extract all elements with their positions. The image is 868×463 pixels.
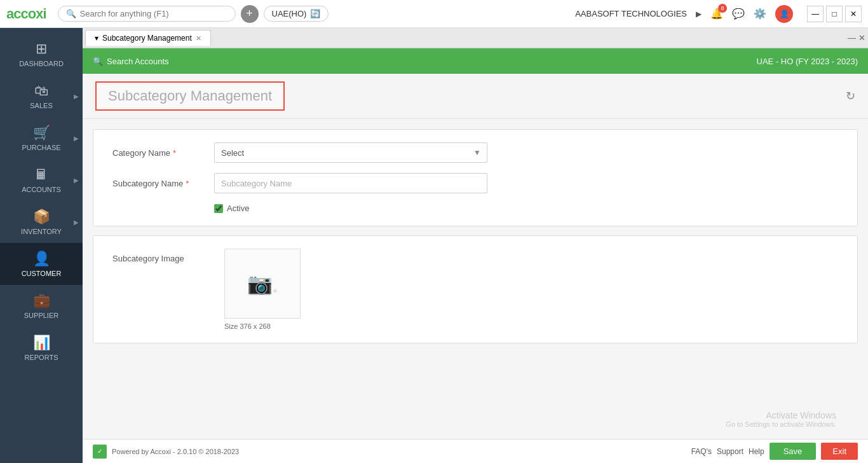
form-section: Category Name * Select ▼ Subcategory Nam…	[93, 129, 858, 226]
top-bar: accoxi 🔍 + UAE(HO) 🔄 AABASOFT TECHNOLOGI…	[0, 0, 868, 28]
sidebar-label-purchase: PURCHASE	[22, 144, 60, 151]
help-link[interactable]: Help	[749, 447, 764, 456]
image-row: Subcategory Image 📷+ Size 376 x 268	[112, 249, 838, 330]
region-selector[interactable]: UAE(HO) 🔄	[264, 6, 329, 22]
image-label: Subcategory Image	[112, 249, 214, 263]
sidebar-item-customer[interactable]: 👤 CUSTOMER	[0, 243, 83, 285]
page-title-area: Subcategory Management ↻	[83, 74, 868, 119]
powered-by: Powered by Accoxi - 2.0.10 © 2018-2023	[112, 448, 239, 455]
company-arrow: ▶	[696, 10, 702, 18]
add-button[interactable]: +	[241, 5, 259, 23]
region-label: UAE(HO)	[272, 9, 307, 18]
tab-pin-icon: ▾	[95, 34, 98, 43]
company-name: AABASOFT TECHNOLOGIES	[575, 9, 687, 18]
tab-close-icon[interactable]: ✕	[196, 34, 201, 43]
purchase-icon: 🛒	[33, 125, 50, 141]
notification-badge: 8	[718, 4, 727, 13]
reports-icon: 📊	[33, 335, 50, 351]
image-section: Subcategory Image 📷+ Size 376 x 268	[93, 235, 858, 343]
sidebar-label-customer: CUSTOMER	[22, 270, 62, 277]
search-bar[interactable]: 🔍	[58, 6, 236, 22]
sidebar-item-dashboard[interactable]: ⊞ DASHBOARD	[0, 33, 83, 75]
sidebar-item-reports[interactable]: 📊 REPORTS	[0, 327, 83, 369]
footer-logo: ✓	[93, 445, 107, 459]
footer-left: ✓ Powered by Accoxi - 2.0.10 © 2018-2023	[93, 445, 239, 459]
category-required: *	[173, 148, 176, 158]
category-select[interactable]: Select	[214, 142, 487, 163]
footer-right: FAQ's Support Help Save Exit	[691, 443, 858, 460]
exit-button[interactable]: Exit	[821, 443, 858, 460]
tab-minimize-button[interactable]: —	[848, 33, 856, 43]
sales-icon: 🛍	[34, 83, 48, 99]
image-upload-box[interactable]: 📷+	[224, 249, 301, 319]
tab-actions: — ✕	[848, 33, 865, 43]
user-avatar[interactable]: 👤	[775, 5, 793, 23]
search-accounts-button[interactable]: 🔍 Search Accounts	[93, 57, 169, 66]
customer-icon: 👤	[33, 251, 50, 267]
sidebar-item-purchase[interactable]: 🛒 PURCHASE ▶	[0, 117, 83, 159]
sidebar-item-supplier[interactable]: 💼 SUPPLIER	[0, 285, 83, 327]
refresh-page-button[interactable]: ↻	[846, 89, 855, 103]
subcategory-required: *	[186, 179, 189, 188]
sidebar-item-sales[interactable]: 🛍 SALES ▶	[0, 75, 83, 117]
minimize-button[interactable]: —	[807, 6, 824, 22]
search-accounts-label: Search Accounts	[107, 57, 169, 66]
sidebar-label-sales: SALES	[30, 102, 52, 109]
settings-icon[interactable]: ⚙️	[754, 8, 766, 20]
category-select-wrapper: Select ▼	[214, 142, 487, 163]
content-header: 🔍 Search Accounts UAE - HO (FY 2023 - 20…	[83, 48, 868, 74]
page-title: Subcategory Management	[108, 88, 272, 104]
accounts-arrow: ▶	[74, 177, 79, 184]
close-button[interactable]: ✕	[845, 6, 862, 22]
image-size-info: Size 376 x 268	[224, 322, 301, 330]
search-icon: 🔍	[66, 9, 76, 18]
sidebar-label-dashboard: DASHBOARD	[19, 60, 64, 67]
inventory-arrow: ▶	[74, 219, 79, 226]
notification-bell[interactable]: 🔔 8	[710, 8, 723, 20]
sidebar-label-accounts: ACCOUNTS	[22, 186, 61, 193]
search-accounts-icon: 🔍	[93, 57, 103, 66]
tab-close-button[interactable]: ✕	[858, 33, 865, 43]
purchase-arrow: ▶	[74, 135, 79, 142]
app-logo: accoxi	[6, 6, 46, 22]
support-link[interactable]: Support	[717, 447, 743, 456]
dashboard-icon: ⊞	[36, 41, 47, 57]
faq-link[interactable]: FAQ's	[691, 447, 712, 456]
category-name-label: Category Name *	[112, 148, 214, 158]
sidebar-item-accounts[interactable]: 🖩 ACCOUNTS ▶	[0, 159, 83, 201]
active-label: Active	[227, 204, 249, 213]
camera-icon: 📷+	[247, 272, 278, 296]
chat-icon[interactable]: 💬	[732, 8, 745, 20]
active-checkbox-row: Active	[214, 204, 838, 213]
fy-info: UAE - HO (FY 2023 - 2023)	[757, 57, 858, 66]
top-right-area: AABASOFT TECHNOLOGIES ▶ 🔔 8 💬 ⚙️ 👤 — □ ✕	[575, 5, 862, 23]
tab-bar: ▾ Subcategory Management ✕ — ✕	[83, 28, 868, 48]
sidebar-label-supplier: SUPPLIER	[24, 312, 58, 319]
region-refresh-icon: 🔄	[310, 9, 320, 18]
sidebar-label-reports: REPORTS	[25, 354, 58, 361]
search-input[interactable]	[80, 9, 220, 18]
subcategory-name-input[interactable]	[214, 173, 487, 193]
sidebar-label-inventory: INVENTORY	[21, 228, 62, 235]
main-content: ▾ Subcategory Management ✕ — ✕ 🔍 Search …	[83, 28, 868, 463]
inventory-icon: 📦	[33, 209, 50, 225]
tab-subcategory-management[interactable]: ▾ Subcategory Management ✕	[85, 30, 211, 46]
footer: ✓ Powered by Accoxi - 2.0.10 © 2018-2023…	[83, 439, 868, 463]
supplier-icon: 💼	[33, 293, 50, 309]
active-checkbox[interactable]	[214, 204, 223, 213]
sidebar: ⊞ DASHBOARD 🛍 SALES ▶ 🛒 PURCHASE ▶ 🖩 ACC…	[0, 28, 83, 463]
subcategory-name-label: Subcategory Name *	[112, 179, 214, 188]
sidebar-item-inventory[interactable]: 📦 INVENTORY ▶	[0, 201, 83, 243]
window-controls: — □ ✕	[807, 6, 862, 22]
category-name-row: Category Name * Select ▼	[112, 142, 838, 163]
content-body: Category Name * Select ▼ Subcategory Nam…	[83, 119, 868, 439]
tab-label: Subcategory Management	[102, 34, 192, 43]
subcategory-name-row: Subcategory Name *	[112, 173, 838, 193]
page-title-box: Subcategory Management	[95, 81, 285, 111]
save-button[interactable]: Save	[770, 443, 817, 460]
accounts-icon: 🖩	[34, 167, 48, 183]
maximize-button[interactable]: □	[826, 6, 843, 22]
sales-arrow: ▶	[74, 93, 79, 100]
